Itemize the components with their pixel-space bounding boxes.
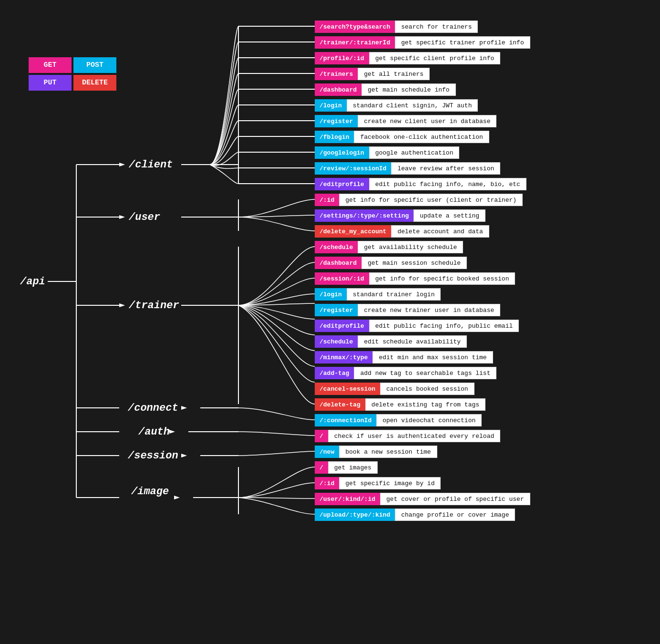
route-desc: open videochat connection — [376, 414, 482, 426]
route-trainer-editprofile: /editprofile edit public facing info, pu… — [315, 319, 519, 332]
route-badge: /register — [315, 304, 358, 316]
route-desc: delete existing tag from tags — [365, 398, 485, 411]
svg-marker-33 — [119, 303, 125, 307]
route-desc: get cover or profile of specific user — [380, 493, 530, 505]
route-desc: get specific image by id — [339, 477, 441, 489]
route-client-trainer: /trainer/:trainerId get specific trainer… — [315, 36, 530, 49]
route-client-register: /register create new client user in data… — [315, 114, 496, 128]
trainer-label: /trainer — [129, 300, 179, 312]
route-badge: /:id — [315, 194, 339, 206]
route-image-user-kind: /user/:kind/:id get cover or profile of … — [315, 492, 530, 506]
route-image-id: /:id get specific image by id — [315, 477, 441, 490]
route-connect-connectionid: /:connectionId open videochat connection — [315, 414, 482, 427]
svg-marker-37 — [174, 496, 180, 499]
route-desc: delete account and data — [391, 225, 489, 238]
route-session-new: /new book a new session time — [315, 445, 437, 458]
route-badge: /minmax/:type — [315, 351, 372, 364]
route-badge: /register — [315, 115, 358, 127]
svg-marker-36 — [181, 454, 187, 457]
route-badge: /dashboard — [315, 83, 361, 96]
route-desc: change profile or cover image — [395, 509, 515, 521]
route-badge: /settings/:type/:setting — [315, 209, 413, 222]
route-client-profile: /profile/:id get specific client profile… — [315, 52, 500, 65]
route-trainer-dashboard: /dashboard get main session schedule — [315, 256, 467, 270]
route-badge: / — [315, 430, 328, 442]
route-client-dashboard: /dashboard get main schedule info — [315, 83, 456, 96]
legend-post: POST — [73, 57, 116, 73]
route-desc: get info for specific user (client or tr… — [339, 194, 523, 206]
route-badge: /trainer/:trainerId — [315, 36, 395, 49]
svg-marker-32 — [119, 215, 125, 219]
route-badge: /trainers — [315, 68, 358, 80]
route-user-id: /:id get info for specific user (client … — [315, 193, 523, 207]
route-badge: /login — [315, 99, 347, 112]
legend-get: GET — [29, 57, 72, 73]
route-badge: /user/:kind/:id — [315, 493, 380, 505]
route-badge: /session/:id — [315, 272, 369, 285]
route-trainer-minmax: /minmax/:type edit min and max session t… — [315, 351, 493, 364]
route-desc: google authentication — [369, 146, 460, 159]
route-desc: edit public facing info, public email — [369, 320, 519, 332]
auth-label: /auth — [138, 426, 170, 438]
route-badge: /googlelogin — [315, 146, 369, 159]
route-badge: /dashboard — [315, 257, 361, 269]
route-badge: /upload/:type/:kind — [315, 509, 395, 521]
legend-delete: DELETE — [73, 75, 116, 91]
route-trainer-delete-tag: /delete-tag delete existing tag from tag… — [315, 398, 485, 411]
api-label: /api — [20, 276, 45, 288]
route-desc: edit public facing info, name, bio, etc — [369, 178, 526, 190]
route-desc: create new client user in database — [358, 115, 496, 127]
route-trainer-register: /register create new trainer user in dat… — [315, 303, 500, 317]
connect-label: /connect — [128, 402, 178, 414]
route-desc: get main session schedule — [361, 257, 467, 269]
route-client-googlelogin: /googlelogin google authentication — [315, 146, 459, 159]
route-trainer-add-tag: /add-tag add new tag to searchable tags … — [315, 366, 496, 380]
legend: GET POST PUT DELETE — [29, 57, 116, 91]
svg-marker-34 — [181, 406, 187, 410]
route-desc: standard trainer login — [347, 288, 441, 301]
route-trainer-session: /session/:id get info for specific booke… — [315, 272, 515, 285]
route-badge: /new — [315, 446, 339, 458]
route-auth-root: / check if user is authenticated every r… — [315, 429, 500, 443]
route-desc: search for trainers — [395, 21, 478, 33]
route-desc: check if user is authenticated every rel… — [328, 430, 500, 442]
route-desc: update a setting — [413, 209, 485, 222]
route-badge: /:id — [315, 477, 339, 489]
route-badge: /profile/:id — [315, 52, 369, 64]
route-desc: add new tag to searchable tags list — [354, 367, 496, 379]
route-desc: get availability schedule — [358, 241, 463, 253]
route-desc: get main schedule info — [361, 83, 456, 96]
route-badge: /fblogin — [315, 131, 354, 143]
route-user-delete: /delete_my_account delete account and da… — [315, 225, 489, 238]
route-desc: get info for specific booked session — [369, 272, 516, 285]
route-desc: get specific client profile info — [369, 52, 501, 64]
route-client-editprofile: /editprofile edit public facing info, na… — [315, 177, 526, 191]
route-badge: /editprofile — [315, 178, 369, 190]
route-client-review: /review/:sessionId leave review after se… — [315, 162, 500, 175]
route-client-fblogin: /fblogin facebook one-click authenticati… — [315, 130, 489, 144]
route-badge: /add-tag — [315, 367, 354, 379]
route-desc: edit min and max session time — [372, 351, 493, 364]
route-trainer-login: /login standard trainer login — [315, 288, 441, 301]
route-badge: /schedule — [315, 335, 358, 348]
image-label: /image — [131, 486, 169, 498]
route-image-root: / get images — [315, 461, 378, 474]
route-image-upload: /upload/:type/:kind change profile or co… — [315, 508, 515, 521]
route-desc: standard client signin, JWT auth — [347, 99, 478, 112]
route-desc: facebook one-click authentication — [354, 131, 489, 143]
legend-put: PUT — [29, 75, 72, 91]
client-label: /client — [129, 159, 173, 171]
route-desc: cancels booked session — [380, 383, 474, 395]
route-user-settings: /settings/:type/:setting update a settin… — [315, 209, 485, 222]
session-label: /session — [128, 450, 178, 462]
route-desc: book a new session time — [339, 446, 437, 458]
route-desc: leave review after session — [391, 162, 500, 175]
route-desc: get all trainers — [358, 68, 430, 80]
user-label: /user — [129, 211, 160, 223]
route-desc: get specific trainer profile info — [395, 36, 530, 49]
route-badge: /editprofile — [315, 320, 369, 332]
route-client-login: /login standard client signin, JWT auth — [315, 99, 478, 112]
route-badge: /delete-tag — [315, 398, 365, 411]
route-badge: /search?type&search — [315, 21, 395, 33]
route-badge: /:connectionId — [315, 414, 376, 426]
